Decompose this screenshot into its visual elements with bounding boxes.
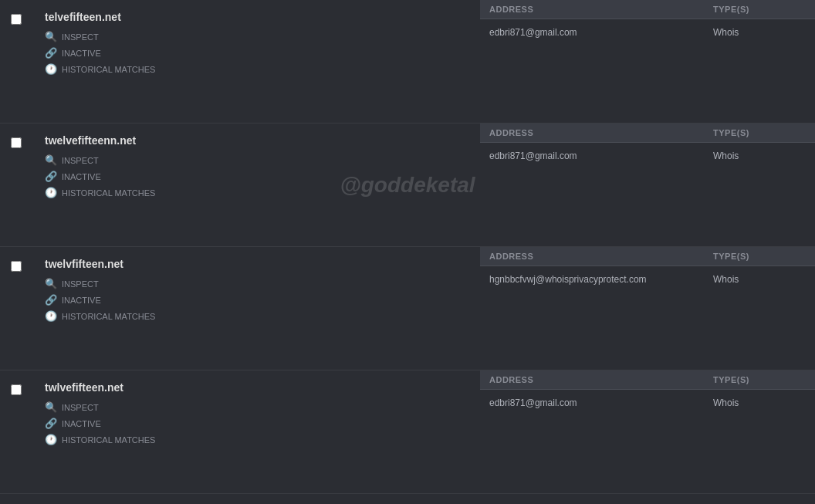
right-panel: ADDRESSTYPE(S)hgnbbcfvwj@whoisprivacypro…: [480, 247, 815, 370]
right-panel: ADDRESSTYPE(S)edbri871@gmail.comWhois: [480, 0, 815, 123]
right-body: edbri871@gmail.comWhois: [480, 143, 815, 169]
inspect-label: INSPECT: [62, 32, 99, 42]
row-checkbox[interactable]: [11, 14, 22, 25]
historical-label: HISTORICAL MATCHES: [62, 188, 155, 198]
domain-row-2: twelvfifteen.net🔍INSPECT🔗INACTIVE🕐HISTOR…: [0, 247, 815, 370]
historical-matches-action[interactable]: 🕐HISTORICAL MATCHES: [45, 187, 468, 198]
inactive-action[interactable]: 🔗INACTIVE: [45, 171, 468, 182]
historical-label: HISTORICAL MATCHES: [62, 312, 155, 321]
inspect-action[interactable]: 🔍INSPECT: [45, 401, 468, 413]
right-body: hgnbbcfvwj@whoisprivacyprotect.comWhois: [480, 266, 815, 293]
domain-row-3: twlvefifteen.net🔍INSPECT🔗INACTIVE🕐HISTOR…: [0, 370, 815, 494]
checkbox-cell: [0, 247, 32, 370]
left-panel: twelvfifteen.net🔍INSPECT🔗INACTIVE🕐HISTOR…: [32, 247, 480, 370]
inspect-label: INSPECT: [62, 279, 99, 289]
domain-row-0: telvefifteen.net🔍INSPECT🔗INACTIVE🕐HISTOR…: [0, 0, 815, 123]
right-body: edbri871@gmail.comWhois: [480, 390, 815, 416]
inactive-label: INACTIVE: [62, 296, 101, 305]
domain-name: twelvefifteenn.net: [45, 134, 468, 147]
inspect-action[interactable]: 🔍INSPECT: [45, 154, 468, 166]
types-column-header: TYPE(S): [713, 5, 806, 14]
type-value: Whois: [713, 274, 806, 285]
historical-icon: 🕐: [45, 63, 57, 75]
left-panel: twelvefifteenn.net🔍INSPECT🔗INACTIVE🕐HIST…: [32, 123, 480, 246]
inactive-label: INACTIVE: [62, 419, 101, 428]
inspect-label: INSPECT: [62, 403, 99, 412]
right-panel: ADDRESSTYPE(S)edbri871@gmail.comWhois: [480, 370, 815, 493]
row-checkbox[interactable]: [11, 384, 22, 395]
type-value: Whois: [713, 151, 806, 161]
historical-matches-action[interactable]: 🕐HISTORICAL MATCHES: [45, 63, 468, 75]
inactive-icon: 🔗: [45, 294, 57, 306]
inactive-label: INACTIVE: [62, 49, 101, 58]
type-value: Whois: [713, 27, 806, 38]
inactive-action[interactable]: 🔗INACTIVE: [45, 47, 468, 59]
inspect-icon: 🔍: [45, 31, 57, 42]
checkbox-cell: [0, 370, 32, 493]
right-panel: ADDRESSTYPE(S)edbri871@gmail.comWhois: [480, 123, 815, 246]
types-column-header: TYPE(S): [713, 128, 806, 137]
inspect-label: INSPECT: [62, 156, 99, 165]
inactive-icon: 🔗: [45, 418, 57, 429]
inspect-action[interactable]: 🔍INSPECT: [45, 278, 468, 289]
historical-matches-action[interactable]: 🕐HISTORICAL MATCHES: [45, 434, 468, 445]
address-value: edbri871@gmail.com: [489, 27, 713, 38]
left-panel: telvefifteen.net🔍INSPECT🔗INACTIVE🕐HISTOR…: [32, 0, 480, 123]
inspect-action[interactable]: 🔍INSPECT: [45, 31, 468, 42]
checkbox-cell: [0, 0, 32, 123]
historical-icon: 🕐: [45, 310, 57, 322]
types-column-header: TYPE(S): [713, 252, 806, 261]
domain-row-1: @goddeketaltwelvefifteenn.net🔍INSPECT🔗IN…: [0, 123, 815, 247]
address-column-header: ADDRESS: [489, 128, 713, 137]
address-column-header: ADDRESS: [489, 252, 713, 261]
inspect-icon: 🔍: [45, 401, 57, 413]
historical-icon: 🕐: [45, 434, 57, 445]
historical-matches-action[interactable]: 🕐HISTORICAL MATCHES: [45, 310, 468, 322]
inactive-action[interactable]: 🔗INACTIVE: [45, 418, 468, 429]
inactive-action[interactable]: 🔗INACTIVE: [45, 294, 468, 306]
row-checkbox[interactable]: [11, 261, 22, 272]
address-column-header: ADDRESS: [489, 5, 713, 14]
inspect-icon: 🔍: [45, 154, 57, 166]
left-panel: twlvefifteen.net🔍INSPECT🔗INACTIVE🕐HISTOR…: [32, 370, 480, 493]
inspect-icon: 🔍: [45, 278, 57, 289]
domain-name: telvefifteen.net: [45, 11, 468, 23]
inactive-icon: 🔗: [45, 171, 57, 182]
address-column-header: ADDRESS: [489, 375, 713, 384]
address-value: hgnbbcfvwj@whoisprivacyprotect.com: [489, 274, 713, 285]
right-header: ADDRESSTYPE(S): [480, 123, 815, 143]
inactive-icon: 🔗: [45, 47, 57, 59]
domain-name: twelvfifteen.net: [45, 258, 468, 270]
address-value: edbri871@gmail.com: [489, 397, 713, 408]
historical-label: HISTORICAL MATCHES: [62, 435, 155, 445]
right-header: ADDRESSTYPE(S): [480, 247, 815, 266]
row-checkbox[interactable]: [11, 137, 22, 148]
domain-name: twlvefifteen.net: [45, 381, 468, 394]
right-header: ADDRESSTYPE(S): [480, 370, 815, 390]
historical-label: HISTORICAL MATCHES: [62, 65, 155, 74]
right-body: edbri871@gmail.comWhois: [480, 19, 815, 46]
type-value: Whois: [713, 397, 806, 408]
checkbox-cell: [0, 123, 32, 246]
types-column-header: TYPE(S): [713, 375, 806, 384]
historical-icon: 🕐: [45, 187, 57, 198]
address-value: edbri871@gmail.com: [489, 151, 713, 161]
inactive-label: INACTIVE: [62, 172, 101, 181]
right-header: ADDRESSTYPE(S): [480, 0, 815, 19]
